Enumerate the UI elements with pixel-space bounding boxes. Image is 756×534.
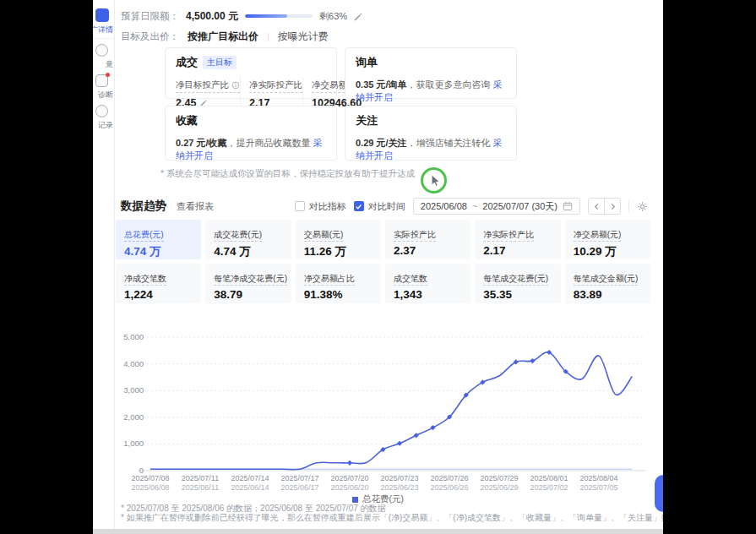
metric-card-4[interactable]: 净实际投产比2.170.00 xyxy=(475,220,560,259)
metric-label: 总花费(元) xyxy=(124,229,164,242)
svg-text:2025/07/26: 2025/07/26 xyxy=(431,474,469,482)
metric-card-5[interactable]: 净交易额(元)10.29 万0.00 xyxy=(565,220,650,259)
metric-card-11[interactable]: 每笔成交金额(元)83.890.00 xyxy=(565,264,650,303)
goal-cards: 成交 主目标 净目标投产比 2.45 净实际投产比 2.17 净交易额(元) 1… xyxy=(165,47,517,161)
ad-detail-page: 广详情意诊断记录 预算日限额： 4,500.00 元 剩63% 目标及出价： 按… xyxy=(93,0,663,534)
metric-compare-value: 0.00 xyxy=(394,258,462,259)
calendar-icon xyxy=(563,201,573,211)
goal-card-title: 关注 xyxy=(356,113,378,128)
metric-label: 净实际投产比 xyxy=(483,229,534,242)
next-period-button[interactable] xyxy=(604,198,621,215)
goal-bid-row: 目标及出价： 按推广目标出价 | 按曝光计费 xyxy=(121,30,329,43)
metric-cards-grid: 总花费(元)4.74 万0.00成交花费(元)4.74 万0.00交易额(元)1… xyxy=(116,220,650,303)
svg-text:2025/07/02: 2025/07/02 xyxy=(530,483,568,492)
compare-metric-checkbox[interactable]: 对比指标 xyxy=(295,200,346,213)
metric-card-3[interactable]: 实际投产比2.370.00 xyxy=(385,220,470,259)
svg-text:2025/08/04: 2025/08/04 xyxy=(580,474,618,482)
history-icon xyxy=(95,105,108,117)
chart-settings-button[interactable] xyxy=(637,201,648,212)
trend-header: 数据趋势 查看报表 对比指标 对比时间 2025/06/08 ~ 2025/07… xyxy=(121,197,648,215)
view-report-link[interactable]: 查看报表 xyxy=(177,200,214,213)
goal-card-favorite: 收藏 0.27 元/收藏，提升商品收藏数量 采纳并开启 xyxy=(165,106,337,161)
rail-item-2[interactable]: 诊断 xyxy=(93,74,114,101)
metric-value: 4.74 万 xyxy=(214,244,282,259)
goal-card-deal: 成交 主目标 净目标投产比 2.45 净实际投产比 2.17 净交易额(元) 1… xyxy=(165,47,337,99)
metric-card-2[interactable]: 交易额(元)11.26 万0.00 xyxy=(296,220,381,259)
metric-card-9[interactable]: 成交笔数1,3430 xyxy=(385,264,470,303)
rail-item-1[interactable]: 意 xyxy=(93,44,114,70)
metric-card-0[interactable]: 总花费(元)4.74 万0.00 xyxy=(116,220,201,259)
metric-label: 净成交笔数 xyxy=(124,273,166,286)
metric-value: 35.35 xyxy=(483,288,552,301)
metric-label: 成交花费(元) xyxy=(214,229,262,242)
metric-value: 10.29 万 xyxy=(574,244,642,259)
trend-line-chart: 01,0002,0003,0004,0005,0002025/07/082025… xyxy=(108,326,655,495)
bottom-scroll-strip[interactable] xyxy=(93,529,663,534)
rail-item-0[interactable]: 广详情 xyxy=(93,8,114,35)
svg-text:2025/06/23: 2025/06/23 xyxy=(381,483,419,492)
metric-card-1[interactable]: 成交花费(元)4.74 万0.00 xyxy=(205,220,291,259)
edit-budget-button[interactable] xyxy=(354,12,363,21)
svg-text:2025/07/05: 2025/07/05 xyxy=(580,483,618,492)
svg-text:2025/06/17: 2025/06/17 xyxy=(281,483,319,492)
rail-item-label: 诊断 xyxy=(93,90,113,101)
svg-text:2025/07/17: 2025/07/17 xyxy=(281,474,319,482)
idea-icon xyxy=(95,44,108,57)
metric-label: 每笔成交花费(元) xyxy=(483,273,548,286)
deal-metric-target-roi: 净目标投产比 2.45 xyxy=(176,76,240,109)
svg-text:2025/06/29: 2025/06/29 xyxy=(481,483,519,492)
prev-period-button[interactable] xyxy=(588,198,605,215)
diagnose-icon xyxy=(95,74,108,87)
metric-card-10[interactable]: 每笔成交花费(元)35.350.00 xyxy=(475,264,560,303)
svg-text:2025/08/01: 2025/08/01 xyxy=(530,474,568,482)
svg-text:2025/06/11: 2025/06/11 xyxy=(182,483,219,492)
controls-divider xyxy=(628,200,629,212)
budget-remaining: 剩63% xyxy=(319,10,347,23)
metric-compare-value: 0.00% xyxy=(304,302,373,303)
svg-text:2025/07/14: 2025/07/14 xyxy=(231,474,269,482)
compare-time-checkbox[interactable]: 对比时间 xyxy=(354,200,405,213)
metric-compare-value: 0 xyxy=(394,302,462,303)
floating-side-button[interactable] xyxy=(655,475,663,512)
metric-label: 实际投产比 xyxy=(394,229,436,242)
legend-swatch xyxy=(352,497,358,503)
checkbox-unchecked-icon xyxy=(295,201,305,211)
svg-text:2025/06/14: 2025/06/14 xyxy=(231,483,269,492)
checkbox-checked-icon xyxy=(354,201,364,211)
info-icon xyxy=(231,81,240,90)
metric-card-7[interactable]: 每笔净成交花费(元)38.790.00 xyxy=(205,264,291,303)
metric-label: 每笔成交金额(元) xyxy=(574,273,639,286)
metric-compare-value: 0.00 xyxy=(574,302,642,303)
metric-value: 83.89 xyxy=(574,288,642,301)
deal-metric-actual-roi: 净实际投产比 2.17 xyxy=(240,76,302,109)
budget-progress-fill xyxy=(245,14,287,18)
metric-value: 11.26 万 xyxy=(304,244,373,259)
pencil-icon xyxy=(354,12,363,21)
trend-title: 数据趋势 xyxy=(121,199,166,214)
date-range-picker[interactable]: 2025/06/08 ~ 2025/07/07 (30天) xyxy=(413,198,580,215)
bid-mode-goal[interactable]: 按推广目标出价 xyxy=(188,30,258,44)
metric-card-6[interactable]: 净成交笔数1,2240 xyxy=(116,264,201,303)
svg-text:5,000: 5,000 xyxy=(123,332,144,341)
rail-item-3[interactable]: 记录 xyxy=(93,105,114,131)
svg-text:1,000: 1,000 xyxy=(123,439,144,448)
svg-text:2025/07/29: 2025/07/29 xyxy=(481,474,519,482)
metric-value: 91.38% xyxy=(304,288,373,301)
metric-value: 1,224 xyxy=(124,288,193,301)
metric-value: 1,343 xyxy=(394,288,462,301)
metric-label: 净交易额占比 xyxy=(304,273,355,286)
metric-card-8[interactable]: 净交易额占比91.38%0.00% xyxy=(296,264,381,303)
metric-label: 净交易额(元) xyxy=(574,229,622,242)
main-goal-badge: 主目标 xyxy=(203,56,237,69)
goal-bid-label: 目标及出价： xyxy=(121,30,179,43)
svg-text:2025/07/08: 2025/07/08 xyxy=(131,474,169,482)
metric-label: 每笔净成交花费(元) xyxy=(214,273,287,286)
gear-icon xyxy=(637,201,648,212)
bid-mode-exposure[interactable]: 按曝光计费 xyxy=(278,30,329,44)
svg-text:2025/07/11: 2025/07/11 xyxy=(182,474,219,482)
svg-text:2025/07/20: 2025/07/20 xyxy=(331,474,369,482)
goal-card-title: 询单 xyxy=(356,55,378,70)
svg-text:2025/07/23: 2025/07/23 xyxy=(381,474,419,482)
metric-compare-value: 0.00 xyxy=(483,258,552,259)
campaign-icon xyxy=(95,8,109,22)
